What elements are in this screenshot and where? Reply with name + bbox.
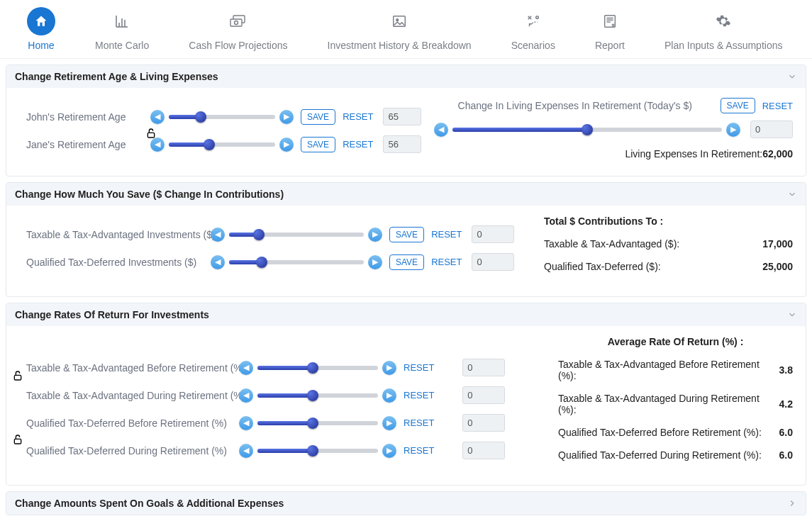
tab-scenarios[interactable]: Scenarios [491, 7, 575, 51]
taxable-contrib-increment[interactable]: ▶ [368, 228, 382, 242]
bar-chart-icon [108, 7, 136, 35]
rate2-reset[interactable]: RESET [404, 390, 434, 400]
rate4-input[interactable] [462, 442, 505, 459]
jane-age-slider[interactable] [169, 138, 275, 152]
jane-age-input[interactable] [383, 135, 421, 153]
living-expenses-slider[interactable] [452, 123, 722, 137]
tab-label: Monte Carlo [95, 40, 149, 51]
rate2-slider[interactable] [257, 388, 378, 403]
john-age-slider[interactable] [169, 110, 275, 124]
strategy-icon [519, 7, 547, 35]
avg-heading: Average Rate Of Return (%) : [558, 336, 793, 347]
tab-investment-history[interactable]: Investment History & Breakdown [308, 7, 491, 51]
avg4-value: 6.0 [779, 449, 793, 461]
living-expenses-increment[interactable]: ▶ [726, 123, 740, 137]
qualified-contrib-increment[interactable]: ▶ [368, 255, 382, 269]
rate3-increment[interactable]: ▶ [382, 416, 396, 430]
avg3-value: 6.0 [779, 427, 793, 438]
rate3-decrement[interactable]: ◀ [239, 416, 253, 430]
jane-age-reset[interactable]: RESET [343, 139, 373, 150]
qualified-contrib-input[interactable] [472, 253, 514, 271]
rate3-reset[interactable]: RESET [404, 418, 434, 428]
home-icon [27, 7, 55, 35]
qualified-contrib-decrement[interactable]: ◀ [211, 255, 225, 269]
tab-report[interactable]: Report [575, 7, 645, 51]
unlock-icon[interactable] [12, 434, 23, 445]
rate1-input[interactable] [462, 359, 505, 376]
tab-label: Plan Inputs & Assumptions [664, 40, 783, 51]
rate2-input[interactable] [462, 386, 505, 404]
svg-point-5 [535, 16, 538, 19]
john-age-label: John's Retirement Age [26, 111, 150, 123]
qualified-contrib-slider[interactable] [229, 255, 364, 269]
taxable-contrib-slider[interactable] [229, 228, 364, 242]
rate1-slider[interactable] [257, 361, 378, 375]
rate2-label: Taxable & Tax-Advantaged During Retireme… [26, 390, 239, 401]
avg4-label: Qualified Tax-Deferred During Retirement… [558, 449, 762, 461]
tab-home[interactable]: Home [7, 7, 75, 51]
rate4-decrement[interactable]: ◀ [239, 444, 253, 458]
rate2-decrement[interactable]: ◀ [239, 388, 253, 403]
living-expenses-reset[interactable]: RESET [762, 101, 793, 111]
tab-cash-flow[interactable]: Cash Flow Projections [169, 7, 307, 51]
avg3-label: Qualified Tax-Deferred Before Retirement… [558, 427, 762, 438]
taxable-contrib-input[interactable] [472, 225, 514, 243]
report-icon [596, 7, 624, 35]
rate4-slider[interactable] [257, 444, 378, 458]
taxable-contrib-decrement[interactable]: ◀ [211, 228, 225, 242]
rate1-label: Taxable & Tax-Advantaged Before Retireme… [26, 362, 239, 374]
cash-flow-icon [224, 7, 252, 35]
tab-label: Home [28, 40, 54, 51]
rate3-label: Qualified Tax-Deferred Before Retirement… [26, 418, 239, 429]
qualified-contrib-reset[interactable]: RESET [431, 257, 462, 267]
jane-age-increment[interactable]: ▶ [279, 138, 294, 152]
tab-label: Scenarios [511, 40, 555, 51]
john-age-input[interactable] [383, 108, 421, 125]
rate4-reset[interactable]: RESET [404, 445, 434, 456]
rate4-label: Qualified Tax-Deferred During Retirement… [26, 445, 239, 456]
jane-age-save[interactable]: SAVE [301, 137, 335, 152]
panel-header-goals[interactable]: Change Amounts Spent On Goals & Addition… [6, 492, 806, 515]
svg-rect-9 [14, 439, 21, 444]
panel-header-contributions[interactable]: Change How Much You Save ($ Change In Co… [6, 183, 806, 206]
chevron-down-icon [787, 72, 797, 82]
rate3-slider[interactable] [257, 416, 378, 430]
svg-rect-1 [230, 19, 242, 26]
rate1-reset[interactable]: RESET [404, 362, 434, 373]
qualified-contrib-save[interactable]: SAVE [389, 254, 424, 270]
unlock-icon[interactable] [145, 128, 157, 139]
panel-header-rates[interactable]: Change Rates Of Return For Investments [6, 303, 806, 326]
avg2-value: 4.2 [779, 398, 793, 410]
john-age-save[interactable]: SAVE [301, 109, 335, 125]
john-age-reset[interactable]: RESET [343, 111, 373, 122]
chevron-right-icon [787, 498, 797, 508]
totals-heading: Total $ Contributions To : [544, 215, 793, 227]
tab-monte-carlo[interactable]: Monte Carlo [75, 7, 169, 51]
rate4-increment[interactable]: ▶ [382, 444, 396, 458]
rate1-increment[interactable]: ▶ [382, 361, 396, 375]
taxable-contrib-label: Taxable & Tax-Advantaged Investments ($) [26, 229, 211, 240]
living-expenses-save[interactable]: SAVE [721, 98, 755, 113]
qualified-total-value: 25,000 [762, 261, 793, 272]
rate1-decrement[interactable]: ◀ [239, 361, 253, 375]
svg-rect-3 [394, 16, 406, 27]
avg2-label: Taxable & Tax-Advantaged During Retireme… [558, 393, 779, 415]
unlock-icon[interactable] [12, 370, 23, 381]
living-expenses-input[interactable] [750, 121, 793, 138]
panel-title: Change How Much You Save ($ Change In Co… [15, 189, 284, 200]
picture-icon [385, 7, 413, 35]
living-summary-label: Living Expenses In Retirement: [625, 148, 762, 159]
avg1-value: 3.8 [779, 364, 793, 376]
rate2-increment[interactable]: ▶ [382, 388, 396, 403]
panel-goals: Change Amounts Spent On Goals & Addition… [6, 491, 806, 515]
tab-plan-inputs[interactable]: Plan Inputs & Assumptions [645, 7, 803, 51]
john-age-increment[interactable]: ▶ [279, 110, 294, 124]
jane-age-decrement[interactable]: ◀ [150, 138, 165, 152]
panel-header-retirement-age[interactable]: Change Retirement Age & Living Expenses [6, 65, 806, 88]
living-expenses-decrement[interactable]: ◀ [434, 123, 448, 137]
john-age-decrement[interactable]: ◀ [150, 110, 165, 124]
taxable-contrib-save[interactable]: SAVE [389, 227, 424, 242]
chevron-down-icon [787, 189, 797, 199]
rate3-input[interactable] [462, 414, 505, 432]
taxable-contrib-reset[interactable]: RESET [431, 229, 462, 240]
